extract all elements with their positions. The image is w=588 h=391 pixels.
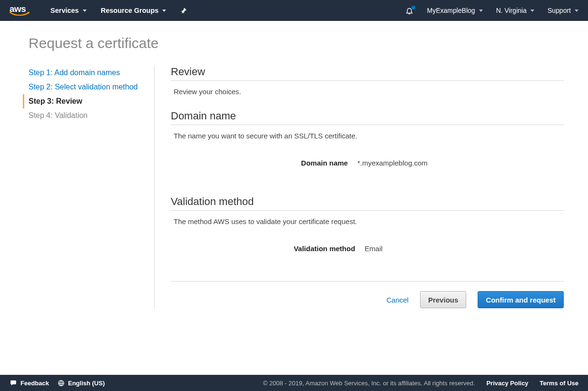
footer-feedback[interactable]: Feedback (10, 380, 49, 387)
validation-desc: The method AWS uses to validate your cer… (174, 217, 564, 225)
top-nav: aws Services Resource Groups (0, 0, 588, 21)
chevron-down-icon (83, 10, 87, 12)
notification-dot-icon (412, 6, 415, 10)
footer-language[interactable]: English (US) (58, 380, 105, 387)
domain-value: *.myexampleblog.com (357, 159, 433, 167)
nav-services[interactable]: Services (50, 7, 87, 14)
review-desc: Review your choices. (174, 88, 564, 96)
nav-account-label: MyExampleBlog (427, 7, 475, 14)
cancel-button[interactable]: Cancel (386, 296, 409, 304)
footer-feedback-label: Feedback (20, 380, 49, 387)
wizard-steps: Step 1: Add domain names Step 2: Select … (29, 66, 155, 308)
previous-button[interactable]: Previous (420, 291, 466, 308)
wizard-content: Review Review your choices. Domain name … (155, 66, 564, 308)
nav-support-label: Support (548, 7, 571, 14)
validation-heading: Validation method (171, 196, 564, 211)
footer-language-label: English (US) (68, 380, 105, 387)
nav-account[interactable]: MyExampleBlog (427, 7, 482, 14)
domain-desc: The name you want to secure with an SSL/… (174, 132, 564, 140)
nav-resource-groups[interactable]: Resource Groups (101, 7, 167, 14)
domain-key: Domain name (301, 159, 348, 167)
pin-icon[interactable] (180, 7, 187, 14)
chevron-down-icon (575, 10, 578, 12)
nav-resource-groups-label: Resource Groups (101, 7, 159, 14)
aws-logo[interactable]: aws (10, 4, 31, 17)
domain-row: Domain name *.myexampleblog.com (171, 159, 564, 167)
globe-icon (58, 380, 65, 387)
nav-region[interactable]: N. Virginia (496, 7, 534, 14)
confirm-and-request-button[interactable]: Confirm and request (478, 291, 564, 308)
validation-row: Validation method Email (171, 244, 564, 253)
step-4: Step 4: Validation (23, 108, 149, 123)
step-1[interactable]: Step 1: Add domain names (23, 66, 149, 80)
validation-key: Validation method (294, 244, 355, 253)
nav-services-label: Services (50, 7, 79, 14)
chevron-down-icon (479, 10, 483, 12)
footer-privacy-link[interactable]: Privacy Policy (486, 380, 528, 387)
chevron-down-icon (162, 10, 166, 12)
nav-region-label: N. Virginia (496, 7, 527, 14)
wizard-actions: Cancel Previous Confirm and request (171, 281, 564, 308)
footer-terms-link[interactable]: Terms of Use (540, 380, 578, 387)
footer-copyright: © 2008 - 2019, Amazon Web Services, Inc.… (263, 380, 475, 387)
footer: Feedback English (US) © 2008 - 2019, Ama… (0, 375, 588, 391)
chevron-down-icon (530, 10, 534, 12)
validation-value: Email (365, 244, 441, 253)
speech-bubble-icon (10, 380, 17, 386)
step-2[interactable]: Step 2: Select validation method (23, 80, 149, 94)
page-title: Request a certificate (29, 35, 564, 51)
domain-heading: Domain name (171, 110, 564, 125)
review-heading: Review (171, 66, 564, 81)
notifications[interactable] (405, 7, 413, 15)
step-3[interactable]: Step 3: Review (23, 94, 149, 108)
nav-support[interactable]: Support (548, 7, 578, 14)
